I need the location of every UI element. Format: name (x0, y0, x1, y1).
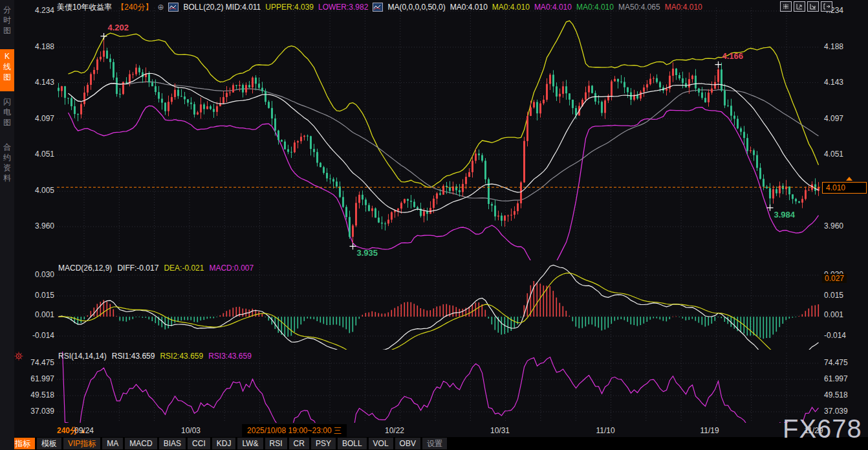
axis-label-left: 3.960 (17, 221, 54, 231)
date-axis-label: 09/24 (74, 424, 94, 437)
current-price-tag: 4.010 (822, 182, 867, 194)
zoom-y-icon[interactable] (794, 1, 805, 12)
macd-macd-label: MACD:0.007 (209, 264, 254, 273)
date-axis-label: 10/22 (385, 424, 404, 437)
axis-label-left: 61.997 (17, 374, 54, 383)
chart-type-sidebar: 分时图K线图闪电图合约资料 (0, 0, 14, 450)
axis-label-left: 4.143 (17, 78, 54, 87)
axis-label-left: 4.097 (17, 114, 54, 123)
axis-label-left: 4.051 (17, 150, 54, 159)
axis-label-left: -0.014 (17, 331, 54, 340)
toolbar-button-obv[interactable]: OBV (395, 438, 420, 449)
toolbar-button-cr[interactable]: CR (289, 438, 309, 449)
toolbar-button-lw[interactable]: LW& (237, 438, 263, 449)
rsi3-label: RSI3:43.659 (208, 352, 252, 361)
axis-label-left: 37.039 (17, 407, 54, 416)
toolbar-button-[interactable]: 设置 (422, 438, 447, 449)
ma-value-label: MA0:4.010 (576, 3, 614, 12)
rsi-name-label: RSI(14,14,14) (58, 352, 107, 361)
boll-indicator-icon[interactable] (168, 3, 179, 12)
crosshair-icon[interactable] (780, 1, 792, 12)
axis-label-right: 49.518 (824, 390, 868, 399)
axis-label-right: 4.097 (824, 114, 868, 123)
alert-sun-icon[interactable] (14, 352, 23, 361)
macd-diff-label: DIFF:-0.017 (117, 264, 158, 273)
axis-label-left: 4.005 (17, 186, 54, 195)
toolbar-button-boll[interactable]: BOLL (338, 438, 367, 449)
indicator-toolbar: 指标模板VIP指标MAMACDBIASCCIKDJLW&RSICRPSYBOLL… (10, 437, 447, 450)
fx678-watermark: FX678 (783, 414, 862, 444)
axis-label-right: 4.143 (824, 78, 868, 87)
sidebar-tab-kline-chart[interactable]: K线图 (0, 49, 14, 91)
boll-upper-label: UPPER:4.039 (265, 3, 314, 12)
toolbar-button-psy[interactable]: PSY (311, 438, 336, 449)
low-price-annotation: 3.984 (774, 210, 796, 219)
trading-app-window: 美债10年收益率【240分】⊕BOLL(20,2) MID:4.011UPPER… (0, 0, 868, 450)
rsi1-label: RSI1:43.659 (112, 352, 155, 361)
sidebar-tab-time-chart[interactable]: 分时图 (0, 3, 14, 45)
axis-label-right: 0.001 (824, 310, 868, 319)
toolbar-button-cci[interactable]: CCI (188, 438, 210, 449)
pan-right-icon[interactable] (821, 1, 832, 12)
low-price-annotation: 3.935 (357, 248, 378, 258)
macd-current-value-tag: 0.027 (822, 274, 847, 283)
macd-dea-label: DEA:-0.021 (164, 264, 204, 273)
axis-label-right: 0.015 (824, 291, 868, 300)
axis-label-right: 3.960 (824, 221, 868, 231)
toolbar-button-[interactable]: 模板 (37, 438, 61, 449)
sidebar-tab-contract-info[interactable]: 合约资料 (0, 140, 14, 195)
toolbar-button-kdj[interactable]: KDJ (212, 438, 236, 449)
rsi2-label: RSI2:43.659 (160, 352, 203, 361)
ma-indicator-icon[interactable] (373, 3, 383, 12)
ma-value-label: MA0:4.010 (665, 3, 702, 12)
ma-group-label: MA(0,0,0,0,50,0) (387, 3, 445, 12)
axis-label-right: 74.475 (824, 358, 868, 367)
zoom-x-icon[interactable] (807, 1, 819, 12)
date-axis-label: 10/31 (490, 424, 510, 437)
macd-name-label: MACD(26,12,9) (58, 264, 112, 273)
date-axis-row: 240分 ▲ 2025/10/08 19:00~23:00 三 09/2410/… (14, 424, 868, 437)
toolbar-button-vip[interactable]: VIP指标 (63, 438, 100, 449)
toolbar-button-rsi[interactable]: RSI (265, 438, 287, 449)
axis-label-right: -0.014 (824, 331, 868, 340)
axis-label-right: 61.997 (824, 374, 868, 383)
sidebar-tab-flash-chart[interactable]: 闪电图 (0, 95, 14, 137)
toolbar-button-bias[interactable]: BIAS (159, 438, 186, 449)
toolbar-button-ma[interactable]: MA (102, 438, 123, 449)
date-axis-label: 11/10 (596, 424, 614, 437)
high-price-annotation: 4.166 (722, 51, 744, 61)
period-tag[interactable]: 【240分】 (116, 2, 153, 13)
high-price-annotation: 4.202 (108, 23, 129, 32)
axis-label-left: 0.001 (17, 310, 54, 319)
axis-label-right: 4.051 (824, 150, 868, 159)
ma-value-label: MA0:4.010 (492, 3, 530, 12)
chart-background[interactable] (14, 0, 868, 437)
instrument-title: 美债10年收益率 (57, 2, 112, 13)
axis-label-left: 4.234 (17, 6, 54, 15)
axis-label-left: 4.188 (17, 42, 54, 51)
ma-value-label: MA0:4.010 (534, 3, 572, 12)
boll-label: BOLL(20,2) MID:4.011 (183, 3, 261, 12)
axis-label-left: 0.030 (17, 270, 54, 279)
chart-header: 美债10年收益率【240分】⊕BOLL(20,2) MID:4.011UPPER… (57, 1, 707, 13)
axis-label-left: 0.015 (17, 291, 54, 300)
date-axis-label: 10/03 (181, 424, 201, 437)
price-up-arrow-icon (846, 177, 852, 181)
macd-panel-header: MACD(26,12,9)DIFF:-0.017DEA:-0.021MACD:0… (58, 264, 259, 274)
ma-value-label: MA50:4.065 (618, 3, 660, 12)
collapse-icon[interactable]: ⊕ (157, 3, 164, 12)
ma-value-label: MA0:4.010 (450, 3, 488, 12)
rsi-panel-header: RSI(14,14,14)RSI1:43.659RSI2:43.659RSI3:… (58, 352, 257, 362)
axis-label-right: 4.188 (824, 42, 868, 51)
boll-lower-label: LOWER:3.982 (318, 3, 368, 12)
date-axis-label: 11/19 (700, 424, 719, 437)
axis-label-left: 49.518 (17, 390, 54, 399)
chart-window-buttons (780, 1, 832, 12)
toolbar-button-macd[interactable]: MACD (125, 438, 157, 449)
crosshair-date-label: 2025/10/08 19:00~23:00 三 (242, 424, 347, 437)
toolbar-button-vol[interactable]: VOL (369, 438, 393, 449)
